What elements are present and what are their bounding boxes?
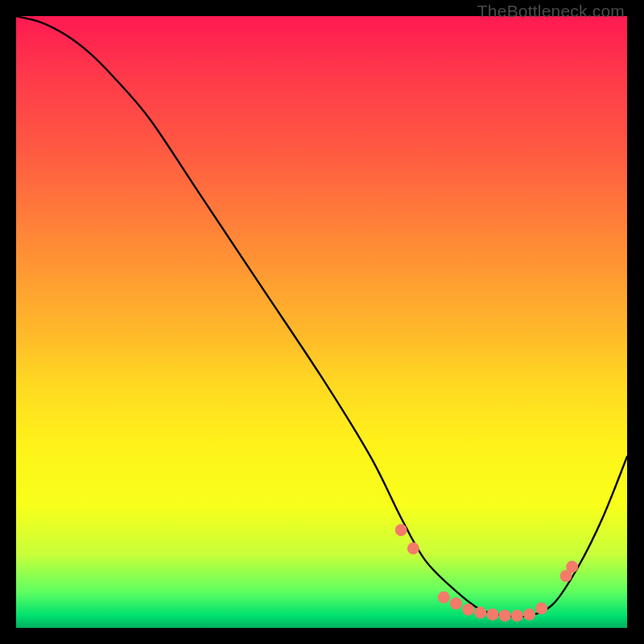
chart-frame: TheBottleneck.com	[0, 0, 644, 644]
marker-dot	[407, 543, 419, 555]
marker-dot	[523, 609, 535, 621]
curve-layer	[16, 16, 627, 628]
marker-dot	[438, 592, 450, 604]
marker-dot	[535, 602, 547, 614]
watermark-text: TheBottleneck.com	[477, 2, 625, 21]
marker-dot	[474, 607, 486, 619]
marker-dot	[499, 609, 511, 621]
marker-dot	[450, 597, 462, 609]
marker-dot	[462, 604, 474, 616]
marker-dot	[566, 561, 578, 573]
marker-dot	[487, 609, 499, 621]
bottleneck-curve	[16, 16, 627, 617]
marker-dot	[395, 524, 407, 536]
marker-dot	[511, 609, 523, 621]
plot-area	[16, 16, 627, 628]
